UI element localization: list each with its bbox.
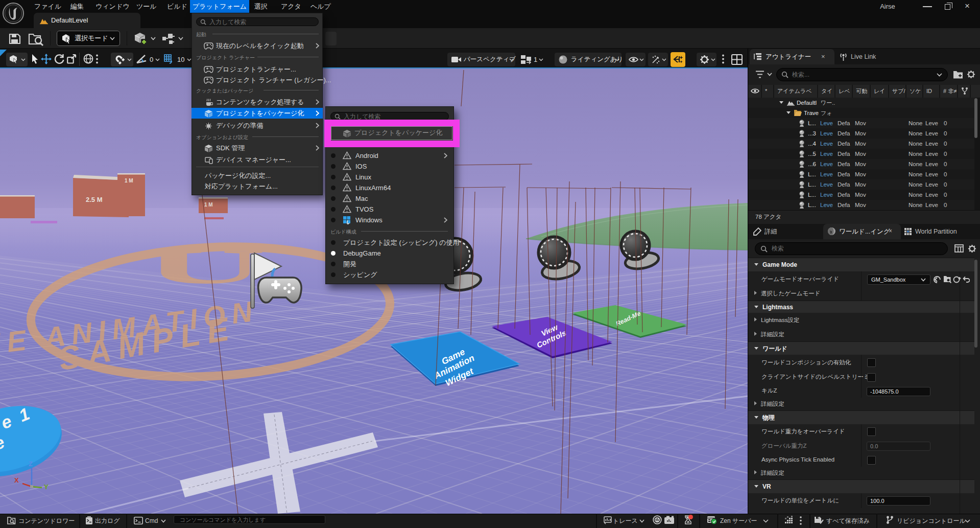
svg-text:2.5 M: 2.5 M: [86, 196, 103, 203]
svg-text:U: U: [144, 240, 266, 294]
svg-text:Y: Y: [44, 483, 49, 491]
svg-text:Z: Z: [29, 460, 33, 468]
svg-text:X: X: [14, 476, 19, 484]
svg-text:1 M: 1 M: [125, 178, 133, 183]
svg-text:1 M: 1 M: [204, 202, 213, 208]
